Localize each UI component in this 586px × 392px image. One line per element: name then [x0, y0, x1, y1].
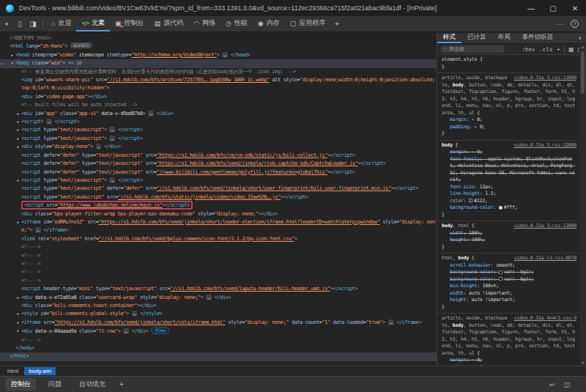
help-icon[interactable]: ?	[571, 20, 579, 28]
dom-node-line[interactable]: <img id="wxwork-share-pic" src="//i1.hds…	[0, 76, 437, 93]
dom-node-line[interactable]: ▶<iframe src="https://s1.hdslb.com/bfs/s…	[0, 319, 437, 327]
dom-node-line[interactable]: <link rel="stylesheet" href="//s1.hdslb.…	[0, 235, 437, 243]
dom-node-line[interactable]: <script defer="defer" type="text/javascr…	[0, 160, 437, 168]
css-rule[interactable]: element.style {}	[437, 55, 579, 73]
stylesheet-link[interactable]: video.0.15a_c3.css:8070	[514, 255, 576, 262]
rule-selector[interactable]: body	[442, 142, 453, 148]
css-rule[interactable]: video.0.15a_3.css:12808body, html {width…	[437, 221, 579, 254]
chevron-down-icon[interactable]: ∨	[578, 33, 586, 43]
expand-arrow-icon[interactable]: ▼	[9, 59, 15, 67]
dom-node-line[interactable]: <!-- built files will be auto injected -…	[0, 101, 437, 109]
scroll-down-icon[interactable]: ▼	[581, 360, 585, 366]
breadcrumb-item[interactable]: html	[3, 367, 23, 375]
color-swatch[interactable]	[499, 206, 502, 210]
dom-node-line[interactable]: <!-- 修复用企业微信内置浏览器分享网页时，生成的分享卡片封面图有误的问题（总…	[0, 68, 437, 76]
dom-node-line[interactable]: ⋯▼<body class="win">== $0	[0, 59, 437, 67]
css-rule[interactable]: video.0.15a_3.css:12808article, aside, b…	[437, 73, 579, 141]
minimize-button[interactable]: —	[520, 0, 542, 16]
styles-tab-item[interactable]: 事件侦听器	[516, 33, 560, 43]
dom-node-line[interactable]: ▶<script> … </script>	[0, 118, 437, 126]
color-swatch[interactable]	[469, 199, 472, 202]
tab-console[interactable]: ▣控制台	[110, 16, 149, 32]
css-property[interactable]: margin: ▸ 0;	[442, 117, 576, 124]
stylesheet-link[interactable]: video.0.15a_3.css:12808	[514, 75, 576, 82]
css-rule[interactable]: video.0.15a_c3.css:8070html, body {scrol…	[437, 254, 579, 314]
css-rule[interactable]: video.0.15a_4e4c3.css:9article, aside, b…	[437, 314, 579, 366]
styles-toolbar-button[interactable]: .cls	[539, 46, 552, 53]
css-property[interactable]: line-height: 1.5;	[442, 191, 576, 198]
tab-performance[interactable]: ◷性能	[220, 16, 253, 32]
expand-arrow-icon[interactable]: ▶	[15, 327, 21, 336]
dom-node-line[interactable]: <html lang="zh-Hans">scroll	[0, 42, 437, 51]
dom-node-line[interactable]: <!---->	[0, 277, 437, 285]
dom-node-line[interactable]: <!---->	[0, 252, 437, 260]
focus-mode-icon[interactable]: ◨	[26, 16, 40, 32]
dom-node-line[interactable]: ▶<script type="text/javascript"> … </scr…	[0, 126, 437, 134]
tab-sources[interactable]: ▤源代码	[149, 16, 189, 32]
drawer-add-tab-button[interactable]: +	[119, 380, 124, 388]
breadcrumb-item[interactable]: body.win	[24, 367, 56, 375]
styles-toolbar-button[interactable]: +	[557, 46, 560, 53]
css-property[interactable]: background-color: #fff;	[442, 204, 576, 212]
css-property[interactable]: padding: ▸ 0;	[442, 124, 576, 131]
dom-node-line[interactable]: ▶<div id="app" class="app-v1" data-v-d9a…	[0, 110, 437, 118]
expand-arrow-icon[interactable]: ▶	[15, 177, 21, 185]
dom-node-line[interactable]: ▶<script type="text/javascript"> … </scr…	[0, 135, 437, 143]
dom-node-line[interactable]: <!---->	[0, 268, 437, 276]
rule-selector[interactable]: body, html	[442, 223, 469, 229]
dom-node-line[interactable]: <!---->	[0, 243, 437, 251]
dom-node-line[interactable]: ▶<style id="bili-comments-global-style">…	[0, 310, 437, 318]
inspect-icon[interactable]: ⌖	[0, 16, 13, 32]
stylesheet-link[interactable]: video.0.15a_4e4c3.css:9	[514, 315, 576, 322]
dom-node-line[interactable]: ▶<div style="display:none"> … </div>	[0, 143, 437, 151]
dom-node-line[interactable]: </body>	[0, 344, 437, 352]
css-property[interactable]: margin: ▸ 0;	[442, 357, 576, 364]
dom-node-line[interactable]: <script type="text/javascript" defer="de…	[0, 185, 437, 193]
expand-arrow-icon[interactable]: ▶	[15, 218, 21, 235]
css-property[interactable]: background-color: var(--bg1);	[442, 276, 576, 284]
screencast-icon[interactable]: ◫	[563, 381, 570, 388]
dom-node-line[interactable]: <!---->	[0, 336, 437, 344]
keyboard-shortcut-icon[interactable]: ↩	[549, 381, 555, 388]
css-rule[interactable]: video.0.15a_3.css:12808body {margin: ▸ 0…	[437, 141, 579, 222]
css-property[interactable]: height: 100%;	[442, 237, 576, 244]
close-button[interactable]: ✕	[564, 0, 586, 16]
styles-toolbar-button[interactable]: :hov	[522, 46, 535, 53]
css-property[interactable]: scroll-behavior: smooth;	[442, 262, 576, 270]
styles-tab-item[interactable]: 已计算	[461, 33, 492, 43]
rendering-emulations-icon[interactable]: ▦	[568, 46, 574, 53]
css-property[interactable]: font-size: 12px;	[442, 184, 576, 191]
styles-scrollbar[interactable]: ▲ ▼	[579, 44, 586, 366]
css-property[interactable]: min-height: 100vh;	[442, 283, 576, 290]
dom-node-line[interactable]: <script defer="defer" type="text/javascr…	[0, 169, 437, 177]
styles-tab-item[interactable]: 布局	[492, 33, 516, 43]
flex-badge[interactable]: flex	[151, 327, 168, 334]
dom-node-line[interactable]: <!---->	[0, 260, 437, 268]
stylesheet-link[interactable]: video.0.15a_3.css:12808	[514, 223, 576, 230]
tab-application[interactable]: ▢应用程序	[285, 16, 331, 32]
dom-node-line[interactable]: <!DOCTYPE html>	[0, 34, 437, 42]
scrollbar-thumb[interactable]	[581, 51, 585, 94]
dom-node-line[interactable]: ▶<script type="text/javascript"> … </scr…	[0, 177, 437, 185]
dom-node-line[interactable]: <script src="https://www.jakobzhao.onlin…	[0, 201, 437, 210]
dom-node-line[interactable]: <div id="video-page-app"></div>	[0, 93, 437, 101]
maximize-button[interactable]: ▢	[542, 0, 564, 16]
dom-node-line[interactable]: ▶<iframe id="odRMu7ns5Z" src="https://s1…	[0, 218, 437, 235]
scroll-badge[interactable]: scroll	[70, 42, 92, 48]
tab-elements[interactable]: </>元素	[76, 16, 110, 32]
dom-node-line[interactable]: ▶<div data-v-e72a85a8 class="usercard-wr…	[0, 294, 437, 302]
css-property[interactable]: background-color: var(--bg1);	[442, 269, 576, 276]
rule-selector[interactable]: html, body	[442, 255, 469, 261]
css-property[interactable]: width: auto !important;	[442, 290, 576, 297]
stylesheet-link[interactable]: video.0.15a_3.css:12808	[514, 142, 576, 149]
tab-home[interactable]: ⌂欢迎	[46, 16, 76, 32]
dom-node-line[interactable]: ▶<head itemprop="video" itemscope itemty…	[0, 51, 437, 59]
expand-arrow-icon[interactable]: ▶	[15, 126, 21, 134]
drawer-tab[interactable]: 自动填充	[74, 378, 111, 391]
expand-arrow-icon[interactable]: ▶	[15, 319, 21, 327]
expand-arrow-icon[interactable]: ▶	[15, 143, 21, 151]
css-property[interactable]: margin: ▸ 0;	[442, 149, 576, 156]
expand-arrow-icon[interactable]: ▶	[15, 118, 21, 126]
device-toolbar-icon[interactable]: ▯	[13, 16, 26, 32]
drawer-tab[interactable]: 问题	[43, 378, 67, 391]
